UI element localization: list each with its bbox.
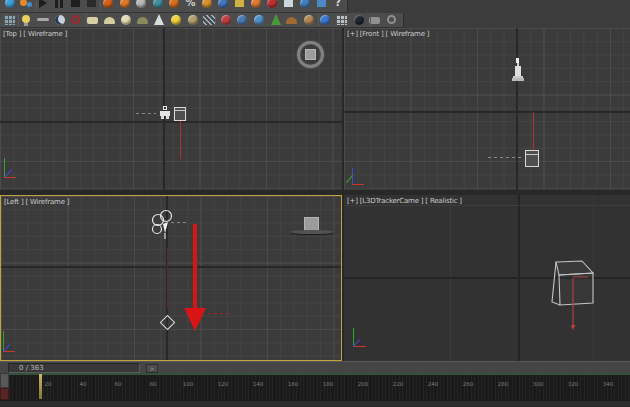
help-circle-icon[interactable]	[385, 14, 400, 27]
motion-path-red	[533, 112, 534, 150]
gear-red-icon[interactable]	[69, 14, 84, 27]
next-frame-button[interactable]: >	[146, 364, 158, 373]
toolbar-separator	[318, 14, 319, 26]
viewport-label-front[interactable]: [+] [Front ] [ Wireframe ]	[347, 30, 429, 38]
marble-blue-icon[interactable]	[318, 14, 333, 27]
axis-vertical	[516, 28, 518, 190]
sphere-tan-icon[interactable]	[186, 14, 201, 27]
sphere-red-icon[interactable]	[265, 0, 280, 13]
axis-horizontal	[0, 121, 342, 123]
dome-beige-icon[interactable]	[103, 14, 118, 27]
toolbar-separator	[100, 1, 101, 13]
moon-icon[interactable]	[53, 14, 68, 27]
toolbar-separator	[86, 14, 87, 26]
play-icon[interactable]	[36, 0, 51, 13]
flame3-icon[interactable]	[167, 0, 182, 13]
viewport-left-active[interactable]: [Left ] [ Wireframe ]	[0, 195, 342, 361]
glow-sphere-icon[interactable]	[119, 14, 134, 27]
blob-olive-icon[interactable]	[136, 14, 151, 27]
track-bar-red-button[interactable]	[0, 388, 9, 400]
ruler-tick-label: 260	[463, 380, 474, 386]
axis-horizontal	[344, 111, 630, 113]
ruler-tick-label: 340	[603, 380, 614, 386]
ruler-tick-label: 140	[253, 380, 264, 386]
ruler-tick-label: 280	[498, 380, 509, 386]
box-light-icon[interactable]	[282, 0, 297, 13]
viewport-label-left[interactable]: [Left ] [ Wireframe ]	[4, 198, 69, 206]
viewport-top[interactable]: [Top ] [ Wireframe ]	[0, 28, 342, 190]
tracked-box[interactable]	[525, 150, 539, 167]
grid-line	[344, 205, 630, 206]
link-dashes	[171, 222, 189, 223]
current-frame-marker[interactable]	[39, 374, 42, 399]
slab-beige-icon[interactable]	[86, 14, 101, 27]
grid-front-viewport	[344, 28, 630, 190]
ball-red-icon[interactable]	[219, 14, 234, 27]
red-arrow-shaft	[193, 224, 197, 309]
globe-teal-icon[interactable]	[151, 0, 166, 13]
person-blue-icon[interactable]	[216, 0, 231, 13]
motion-path-red	[180, 121, 181, 159]
tracked-box[interactable]	[174, 107, 186, 121]
track-bar-ruler[interactable]: 2040608010012014016018020022024026028030…	[9, 373, 630, 400]
help-icon[interactable]: ?	[331, 0, 346, 13]
dot-orange-icon[interactable]	[19, 0, 34, 13]
teapot-orange-icon[interactable]	[200, 0, 215, 13]
toolbar-separator	[18, 14, 19, 26]
clipboard-icon[interactable]	[335, 14, 350, 27]
stop-icon[interactable]	[69, 0, 84, 13]
pause-icon[interactable]	[52, 0, 67, 13]
flame2-icon[interactable]	[118, 0, 133, 13]
time-slider[interactable]: 0 / 363 >	[0, 361, 630, 373]
axis-horizontal	[1, 266, 341, 268]
navigation-gizmo-square[interactable]	[305, 49, 316, 60]
sphere-blue-icon[interactable]	[3, 0, 18, 13]
flame-icon[interactable]	[101, 0, 116, 13]
red-arrow-head	[184, 308, 206, 331]
main-toolbar: %?	[0, 0, 348, 13]
ghost-icon[interactable]	[85, 0, 100, 13]
ruler-tick-label: 160	[288, 380, 299, 386]
viewport-separator-horizontal[interactable]	[0, 190, 630, 195]
link-dashes	[136, 113, 156, 114]
status-bar-strip	[0, 400, 630, 407]
light-bulb-icon[interactable]	[20, 14, 35, 27]
ruler-tick-label: 100	[183, 380, 194, 386]
secondary-toolbar	[0, 13, 404, 28]
leaf-green-icon[interactable]	[269, 14, 284, 27]
ruler-tick-label: 220	[393, 380, 404, 386]
camera-null-gizmo[interactable]	[149, 210, 189, 250]
cone-white-icon[interactable]	[152, 14, 167, 27]
sun-icon[interactable]	[169, 14, 184, 27]
head-tan-icon[interactable]	[302, 14, 317, 27]
ruler-tick-label: 80	[149, 380, 156, 386]
viewport-label-camera[interactable]: [+] [L3DTrackerCame ] [ Realistic ]	[347, 197, 462, 205]
figure-orange-icon[interactable]	[249, 0, 264, 13]
eclipse-icon[interactable]	[352, 14, 367, 27]
controller-blue-icon[interactable]	[235, 14, 250, 27]
frame-indicator[interactable]: 0 / 363	[8, 363, 140, 373]
wrench-icon[interactable]	[36, 14, 51, 27]
viewport-camera[interactable]: [+] [L3DTrackerCame ] [ Realistic ]	[344, 195, 630, 361]
fox-brown-icon[interactable]	[285, 14, 300, 27]
viewport-front[interactable]: [+] [Front ] [ Wireframe ]	[344, 28, 630, 190]
schematic-view-icon[interactable]	[3, 14, 18, 27]
ruler-tick-label: 60	[114, 380, 121, 386]
ruler-tick-label: 300	[533, 380, 544, 386]
mini-curve-editor-button[interactable]	[0, 373, 9, 388]
motion-path-dark	[167, 248, 168, 309]
viewport-label-top[interactable]: [Top ] [ Wireframe ]	[3, 30, 67, 38]
ruler-tick-label: 120	[218, 380, 229, 386]
pan-gizmo-box[interactable]	[304, 217, 319, 231]
cube-object[interactable]	[544, 250, 604, 340]
ruler-tick-label: 320	[568, 380, 579, 386]
globe-swirl-icon[interactable]	[252, 14, 267, 27]
box-blue-icon[interactable]	[315, 0, 330, 13]
percent-icon[interactable]: %	[183, 0, 198, 13]
red-dashes	[208, 313, 229, 314]
toolbar-separator	[215, 14, 216, 26]
cylinder-yellow-icon[interactable]	[233, 0, 248, 13]
checker-sphere-icon[interactable]	[134, 0, 149, 13]
link-dashes	[488, 157, 522, 158]
teapot-blue-icon[interactable]	[298, 0, 313, 13]
